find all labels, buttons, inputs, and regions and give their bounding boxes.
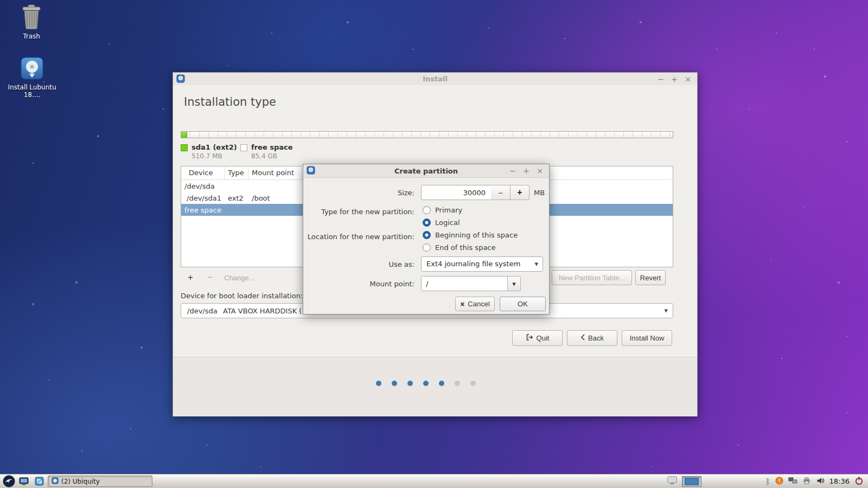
legend-item-sda1: sda1 (ext2) 510.7 MB <box>181 143 237 160</box>
radio-checked-icon <box>423 219 431 227</box>
radio-beginning-label: Beginning of this space <box>435 231 518 239</box>
chevron-down-icon: ▾ <box>664 306 668 314</box>
mount-point-dropdown-button[interactable]: ▾ <box>507 276 521 291</box>
window-controls: − + × <box>657 73 692 85</box>
ok-button[interactable]: OK <box>500 297 546 311</box>
mount-point-input[interactable] <box>421 276 508 291</box>
minimize-icon[interactable]: − <box>657 75 665 84</box>
radio-primary[interactable]: Primary <box>423 206 462 214</box>
trash-label: Trash <box>11 33 52 40</box>
show-desktop-icon[interactable] <box>33 475 46 488</box>
system-tray: ᛒ <box>667 476 864 487</box>
dialog-titlebar[interactable]: Create partition − + × <box>303 164 549 178</box>
slideshow-dot <box>455 381 460 386</box>
cell-type: ext2 <box>225 194 248 202</box>
install-now-button-label: Install Now <box>630 334 665 342</box>
use-as-label: Use as: <box>388 260 414 268</box>
location-label: Location for the new partition: <box>308 233 414 241</box>
close-icon[interactable]: × <box>536 166 544 175</box>
slideshow-dot <box>470 381 476 386</box>
cell-device: /dev/sda <box>181 182 225 190</box>
legend-label: sda1 (ext2) <box>192 143 237 151</box>
radio-icon <box>423 243 431 252</box>
update-notifier-icon[interactable] <box>775 477 783 486</box>
slideshow-dots <box>376 381 476 386</box>
back-button-label: Back <box>588 334 604 342</box>
radio-end-of-space[interactable]: End of this space <box>423 243 496 252</box>
maximize-icon[interactable]: + <box>522 166 530 175</box>
network-icon[interactable] <box>788 477 797 486</box>
bootloader-device-description: ATA VBOX HARDDISK ( <box>223 307 302 315</box>
column-header-type[interactable]: Type <box>225 166 248 179</box>
taskbar-window-button-ubiquity[interactable]: (2) Ubiquity <box>48 476 152 487</box>
dialog-controls: − + × <box>509 164 544 177</box>
create-partition-dialog: Create partition − + × Size: − + MB Type… <box>303 164 550 314</box>
minimize-icon[interactable]: − <box>509 166 516 175</box>
size-decrement-button[interactable]: − <box>491 185 510 200</box>
radio-logical-label: Logical <box>435 219 460 227</box>
starfield <box>0 0 1 1</box>
page-title: Installation type <box>184 95 276 108</box>
ok-button-label: OK <box>518 300 528 308</box>
legend-swatch-free <box>240 144 247 151</box>
install-window-titlebar[interactable]: Install − + × <box>173 73 697 85</box>
install-desktop-icon[interactable]: Install Lubuntu 18.... <box>7 56 58 99</box>
partition-type-label: Type for the new partition: <box>321 208 414 216</box>
legend-item-free-space: free space 85.4 GB <box>240 143 293 160</box>
back-button[interactable]: Back <box>567 330 617 346</box>
revert-button[interactable]: Revert <box>635 270 666 285</box>
close-icon[interactable]: × <box>684 75 692 84</box>
radio-primary-label: Primary <box>435 206 462 214</box>
cancel-button[interactable]: × Cancel <box>455 297 495 311</box>
workspace-switcher[interactable] <box>682 476 701 487</box>
install-label: Install Lubuntu 18.... <box>7 84 58 99</box>
installer-window-icon <box>307 166 315 175</box>
chevron-left-icon <box>580 334 585 342</box>
taskbar: (2) Ubiquity ᛒ <box>0 474 868 488</box>
legend-swatch-used <box>181 144 188 151</box>
size-increment-button[interactable]: + <box>510 185 529 200</box>
column-header-mount-point[interactable]: Mount point <box>248 166 302 179</box>
use-as-value: Ext4 journaling file system <box>426 260 520 268</box>
size-input[interactable] <box>421 185 492 200</box>
slideshow-dot <box>423 381 429 386</box>
remove-partition-button[interactable]: − <box>202 270 218 285</box>
add-partition-button[interactable]: + <box>183 270 198 285</box>
taskbar-clock[interactable]: 18:36 <box>829 477 850 485</box>
workspace-active-cell <box>685 478 699 485</box>
cancel-button-label: Cancel <box>468 300 489 308</box>
bluetooth-icon[interactable]: ᛒ <box>765 477 770 486</box>
bootloader-label: Device for boot loader installation: <box>181 292 303 300</box>
trash-desktop-icon[interactable]: Trash <box>11 4 52 40</box>
app-menu-button[interactable] <box>2 475 15 488</box>
chevron-down-icon: ▾ <box>534 260 538 268</box>
volume-icon[interactable] <box>816 477 825 486</box>
cell-device: /dev/sda1 <box>181 194 225 202</box>
column-header-device[interactable]: Device <box>181 166 225 179</box>
radio-beginning-of-space[interactable]: Beginning of this space <box>423 231 518 239</box>
installer-icon <box>7 56 58 82</box>
printer-icon[interactable] <box>802 477 811 486</box>
cancel-icon: × <box>460 300 464 309</box>
radio-checked-icon <box>423 231 431 239</box>
radio-logical[interactable]: Logical <box>423 219 460 227</box>
maximize-icon[interactable]: + <box>671 75 678 84</box>
quit-button[interactable]: Quit <box>512 330 563 346</box>
slideshow-dot <box>376 381 381 386</box>
desktop: Trash Install Lubuntu 18.... <box>0 0 868 488</box>
display-settings-icon[interactable] <box>667 476 677 486</box>
slideshow-area <box>173 357 697 416</box>
quit-button-label: Quit <box>537 334 550 342</box>
slideshow-dot <box>392 381 397 386</box>
new-partition-table-button[interactable]: New Partition Table... <box>552 270 632 285</box>
use-as-dropdown[interactable]: Ext4 journaling file system ▾ <box>421 256 543 272</box>
radio-end-label: End of this space <box>435 243 496 252</box>
radio-icon <box>423 206 431 214</box>
power-icon[interactable] <box>854 476 864 487</box>
change-partition-button[interactable]: Change... <box>224 270 254 285</box>
file-manager-icon[interactable] <box>17 475 30 488</box>
slideshow-dot <box>439 381 444 386</box>
cell-mount: /boot <box>248 194 302 202</box>
legend-size: 85.4 GB <box>251 152 293 160</box>
install-now-button[interactable]: Install Now <box>622 330 672 346</box>
